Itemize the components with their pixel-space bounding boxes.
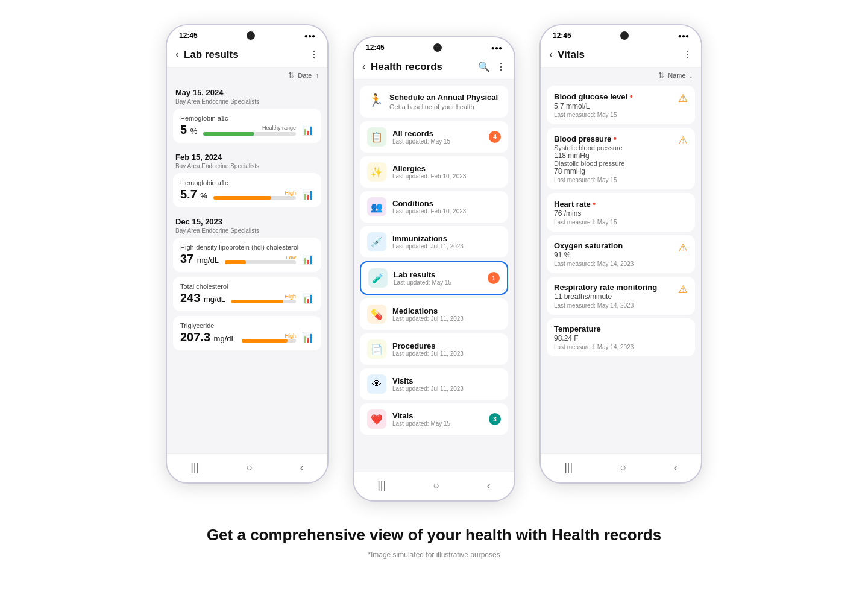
status-bar-3: 12:45 ●●●	[541, 25, 701, 42]
record-item-all[interactable]: 📋 All records Last updated: May 15 4	[360, 121, 508, 153]
vital-oxygen-name: Oxygen saturation	[554, 241, 673, 250]
health-promo-card[interactable]: 🏃 Schedule an Annual Physical Get a base…	[360, 86, 508, 118]
nav-bar-2: ||| ○ ‹	[354, 472, 514, 500]
more-icon-2[interactable]: ⋮	[496, 61, 506, 72]
nav-bar-3: ||| ○ ‹	[541, 453, 701, 482]
vitals-title: Vitals	[558, 49, 678, 61]
record-item-lab[interactable]: 🧪 Lab results Last updated: May 15 1	[360, 261, 508, 295]
warning-icon-2: ⚠	[678, 134, 688, 147]
nav-menu-1[interactable]: |||	[190, 461, 199, 474]
lab-card-triglyceride[interactable]: Triglyceride 207.3 mg/dL High 📊	[173, 316, 321, 350]
back-button-1[interactable]: ‹	[175, 48, 179, 61]
chart-icon-5[interactable]: 📊	[302, 332, 314, 343]
vital-blood-glucose-value: 5.7 mmol/L	[554, 102, 673, 110]
record-icon-conditions: 👥	[367, 197, 386, 216]
more-icon-3[interactable]: ⋮	[683, 49, 693, 60]
vital-blood-pressure-date: Last measured: May 15	[554, 177, 673, 183]
record-updated-immunizations: Last updated: Jul 11, 2023	[392, 243, 501, 250]
vital-heart-rate[interactable]: Heart rate • 76 /mins Last measured: May…	[547, 193, 695, 232]
nav-menu-3[interactable]: |||	[564, 461, 573, 474]
record-updated-visits: Last updated: Jul 11, 2023	[392, 385, 501, 392]
vital-blood-glucose-date: Last measured: May 15	[554, 112, 673, 118]
vital-respiratory-value: 11 breaths/minute	[554, 292, 673, 301]
lab-date-feb2024: Feb 15, 2024	[167, 148, 327, 163]
tagline-section: Get a comprehensive view of your health …	[183, 526, 685, 559]
record-item-conditions[interactable]: 👥 Conditions Last updated: Feb 10, 2023	[360, 191, 508, 223]
record-icon-allergies: ✨	[367, 162, 386, 182]
vital-respiratory[interactable]: Respiratory rate monitoring 11 breaths/m…	[547, 277, 695, 315]
lab-card-hba1c-feb2024[interactable]: Hemoglobin a1c 5.7 % High 📊	[173, 173, 321, 207]
vital-blood-glucose-info: Blood glucose level • 5.7 mmol/L Last me…	[554, 92, 673, 118]
status-icons-1: ●●●	[304, 33, 315, 39]
nav-back-3[interactable]: ‹	[674, 461, 678, 474]
vital-oxygen-value: 91 %	[554, 251, 673, 259]
phone-lab-results: 12:45 ●●● ‹ Lab results ⋮	[166, 24, 329, 484]
lab-provider-dec2023: Bay Area Endocrine Specialists	[167, 227, 327, 238]
status-time-3: 12:45	[553, 31, 571, 40]
vital-temperature-date: Last measured: May 14, 2023	[554, 344, 688, 350]
nav-back-2[interactable]: ‹	[487, 479, 491, 492]
back-button-3[interactable]: ‹	[549, 48, 553, 61]
record-item-medications[interactable]: 💊 Medications Last updated: Jul 11, 2023	[360, 298, 508, 330]
lab-value-2: 5.7 %	[180, 188, 207, 201]
more-icon-1[interactable]: ⋮	[309, 49, 319, 60]
record-name-procedures: Procedures	[392, 341, 501, 350]
record-info-allergies: Allergies Last updated: Feb 10, 2023	[392, 164, 501, 180]
record-item-allergies[interactable]: ✨ Allergies Last updated: Feb 10, 2023	[360, 156, 508, 188]
back-button-2[interactable]: ‹	[362, 60, 366, 73]
sort-label-3[interactable]: Name	[668, 72, 685, 79]
lab-bar-fill-4	[231, 300, 283, 303]
lab-card-cholesterol[interactable]: Total cholesterol 243 mg/dL High 📊	[173, 277, 321, 311]
lab-bar-track-2	[213, 196, 296, 200]
vital-temperature[interactable]: Temperature 98.24 F Last measured: May 1…	[547, 318, 695, 356]
vitals-header: ‹ Vitals ⋮	[541, 42, 701, 68]
sort-bar-3: ⇅ Name ↓	[541, 68, 701, 83]
lab-card-hdl[interactable]: High-density lipoprotein (hdl) cholester…	[173, 238, 321, 272]
record-item-visits[interactable]: 👁 Visits Last updated: Jul 11, 2023	[360, 368, 508, 400]
chart-icon-4[interactable]: 📊	[302, 292, 314, 304]
vital-respiratory-name: Respiratory rate monitoring	[554, 283, 673, 292]
vital-temperature-name: Temperature	[554, 324, 688, 333]
record-item-immunizations[interactable]: 💉 Immunizations Last updated: Jul 11, 20…	[360, 226, 508, 257]
record-icon-vitals: ❤️	[367, 409, 386, 429]
lab-test-name-5: Triglyceride	[180, 322, 314, 329]
record-name-conditions: Conditions	[392, 199, 501, 208]
record-icon-immunizations: 💉	[367, 232, 386, 251]
status-bar-1: 12:45 ●●●	[167, 25, 327, 42]
record-updated-conditions: Last updated: Feb 10, 2023	[392, 208, 501, 215]
record-item-vitals[interactable]: ❤️ Vitals Last updated: May 15 3	[360, 403, 508, 435]
chart-icon-3[interactable]: 📊	[302, 253, 314, 265]
header-icons-3: ⋮	[683, 49, 693, 60]
nav-menu-2[interactable]: |||	[377, 479, 386, 492]
nav-home-2[interactable]: ○	[433, 479, 440, 492]
chart-icon-2[interactable]: 📊	[302, 189, 314, 200]
lab-bar-fill-2	[213, 196, 271, 200]
vitals-screen: ⇅ Name ↓ Blood glucose level • 5.7 mmol/…	[541, 68, 701, 453]
vital-blood-glucose[interactable]: Blood glucose level • 5.7 mmol/L Last me…	[547, 86, 695, 124]
promo-subtitle: Get a baseline of your health	[389, 103, 498, 110]
record-name-visits: Visits	[392, 376, 501, 385]
record-item-procedures[interactable]: 📄 Procedures Last updated: Jul 11, 2023	[360, 333, 508, 365]
records-list: 📋 All records Last updated: May 15 4 ✨ A…	[354, 121, 514, 435]
warning-icon-4: ⚠	[678, 283, 688, 296]
vital-blood-pressure[interactable]: Blood pressure • Systolic blood pressure…	[547, 128, 695, 189]
chart-icon-1[interactable]: 📊	[302, 124, 314, 136]
vital-temperature-info: Temperature 98.24 F Last measured: May 1…	[554, 324, 688, 350]
nav-back-1[interactable]: ‹	[300, 461, 304, 474]
vital-heart-rate-date: Last measured: May 15	[554, 219, 688, 226]
nav-home-1[interactable]: ○	[247, 461, 253, 474]
high-label-4: High	[231, 294, 296, 300]
sort-bar-1: ⇅ Date ↑	[167, 68, 327, 83]
lab-card-hba1c-may2024[interactable]: Hemoglobin a1c 5 % Healthy range 📊	[173, 109, 321, 143]
warning-icon-3: ⚠	[678, 241, 688, 254]
nav-home-3[interactable]: ○	[620, 461, 627, 474]
sort-label-1[interactable]: Date	[298, 72, 312, 79]
promo-content: Schedule an Annual Physical Get a baseli…	[389, 93, 498, 110]
lab-bar-area-4: High	[231, 294, 296, 303]
search-icon-2[interactable]: 🔍	[478, 61, 490, 72]
status-time-2: 12:45	[366, 43, 385, 52]
vital-oxygen[interactable]: Oxygen saturation 91 % Last measured: Ma…	[547, 235, 695, 273]
lab-bar-area-1: Healthy range	[203, 125, 296, 136]
vital-heart-rate-name: Heart rate •	[554, 199, 688, 209]
vital-blood-pressure-info: Blood pressure • Systolic blood pressure…	[554, 134, 673, 183]
